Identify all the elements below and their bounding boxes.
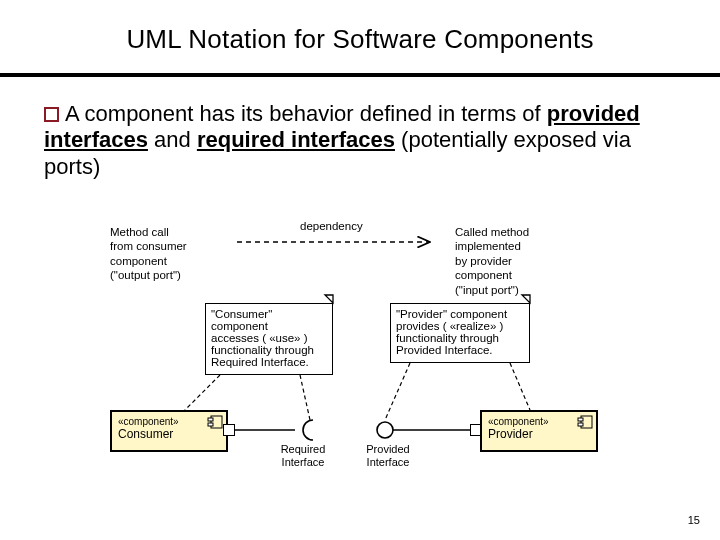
provider-name: Provider: [488, 427, 590, 441]
required-interface-label: Required Interface: [273, 443, 333, 468]
provider-component: «component» Provider: [480, 410, 598, 452]
svg-rect-6: [208, 418, 213, 421]
slide-title: UML Notation for Software Components: [0, 0, 720, 55]
bullet-bold-required: required interfaces: [197, 127, 395, 152]
provider-stereotype: «component»: [488, 416, 590, 427]
svg-rect-12: [578, 418, 583, 421]
bullet-text-pre: A component has its behavior defined in …: [65, 101, 547, 126]
consumer-stereotype: «component»: [118, 416, 220, 427]
bullet-text-mid: and: [148, 127, 197, 152]
bullet-paragraph: A component has its behavior defined in …: [0, 77, 720, 180]
svg-line-1: [180, 375, 220, 415]
svg-rect-13: [578, 423, 583, 426]
uml-diagram: Method call from consumer component ("ou…: [110, 225, 610, 485]
bullet-square-icon: [44, 107, 59, 122]
output-port-icon: [223, 424, 235, 436]
page-number: 15: [688, 514, 700, 526]
provided-interface-label: Provided Interface: [358, 443, 418, 468]
required-interface-icon: [235, 420, 325, 444]
svg-point-9: [377, 422, 393, 438]
consumer-name: Consumer: [118, 427, 220, 441]
svg-rect-7: [208, 423, 213, 426]
component-icon: [578, 416, 592, 428]
provided-interface-icon: [373, 420, 473, 444]
component-icon: [208, 416, 222, 428]
svg-line-4: [510, 363, 530, 410]
svg-line-3: [385, 363, 410, 420]
svg-line-2: [300, 375, 310, 420]
consumer-component: «component» Consumer: [110, 410, 228, 452]
